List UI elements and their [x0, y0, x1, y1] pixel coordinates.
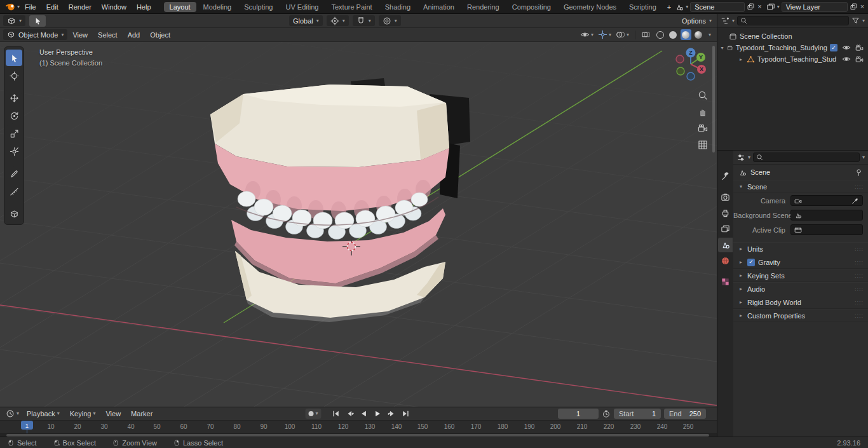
gizmos-dropdown[interactable]: ▾: [598, 30, 611, 39]
workspace-tab-layout[interactable]: Layout: [164, 2, 196, 12]
jump-to-end-button[interactable]: [400, 409, 412, 419]
drag-handle-icon[interactable]: ::::: [855, 273, 864, 279]
scene-icon[interactable]: [675, 3, 684, 11]
measure-tool[interactable]: [6, 183, 22, 200]
transform-orientation-dropdown[interactable]: Global▾: [289, 15, 323, 26]
editor-type-button[interactable]: ▾: [3, 15, 25, 26]
camera-view-button[interactable]: [698, 123, 708, 133]
drag-handle-icon[interactable]: ::::: [855, 299, 864, 306]
workspace-tab-uv-editing[interactable]: UV Editing: [280, 2, 324, 12]
pivot-point-dropdown[interactable]: ▾: [327, 15, 349, 26]
expand-toggle-icon[interactable]: ▾: [720, 45, 724, 51]
section-audio[interactable]: ▸Audio::::: [733, 282, 868, 295]
menu-edit[interactable]: Edit: [41, 0, 64, 13]
viewport-canvas[interactable]: User Perspective (1) Scene Collection: [0, 42, 717, 407]
outliner-filter-button[interactable]: [851, 17, 860, 25]
section-scene[interactable]: ▾ Scene ::::: [733, 180, 868, 193]
prev-keyframe-button[interactable]: [344, 409, 356, 419]
scene-chevron-icon[interactable]: ▾: [686, 4, 688, 10]
workspace-tab-rendering[interactable]: Rendering: [461, 2, 505, 12]
chevron-icon[interactable]: ▾: [732, 18, 735, 24]
section-units[interactable]: ▸Units::::: [733, 242, 868, 255]
properties-editor-button[interactable]: [736, 153, 745, 162]
remove-view-layer-button[interactable]: ×: [860, 3, 865, 10]
menu-marker[interactable]: Marker: [126, 407, 158, 421]
menu-select[interactable]: Select: [93, 28, 123, 41]
xray-toggle[interactable]: [641, 30, 651, 39]
menu-help[interactable]: Help: [132, 0, 156, 13]
workspace-tab-geometry-nodes[interactable]: Geometry Nodes: [558, 2, 622, 12]
outliner-search-input[interactable]: [737, 16, 849, 25]
new-scene-button[interactable]: [747, 3, 755, 11]
axis-neg-y-ball[interactable]: [677, 67, 684, 75]
drag-handle-icon[interactable]: ::::: [855, 184, 864, 190]
properties-search-input[interactable]: [753, 153, 860, 162]
menu-render[interactable]: Render: [64, 0, 97, 13]
eyedropper-icon[interactable]: [851, 197, 859, 205]
preview-range-toggle[interactable]: [602, 409, 611, 418]
playhead[interactable]: 1: [21, 421, 33, 430]
select-box-tool[interactable]: [6, 50, 22, 66]
viewport-scrollbar[interactable]: [712, 46, 715, 153]
menu-view[interactable]: View: [67, 28, 93, 41]
workspace-tab-scripting[interactable]: Scripting: [623, 2, 662, 12]
workspace-tab-animation[interactable]: Animation: [417, 2, 460, 12]
drag-handle-icon[interactable]: ::::: [855, 246, 864, 252]
tab-scene[interactable]: [718, 238, 733, 252]
tab-render[interactable]: [718, 190, 733, 205]
menu-view-timeline[interactable]: View: [100, 407, 126, 421]
gravity-checkbox[interactable]: ✓: [747, 259, 755, 266]
timeline-editor-button[interactable]: ▾: [3, 409, 22, 418]
drag-handle-icon[interactable]: ::::: [855, 313, 864, 319]
active-clip-field[interactable]: [790, 224, 863, 235]
tab-texture[interactable]: [718, 275, 733, 289]
toggle-ortho-button[interactable]: [698, 140, 708, 150]
pin-button[interactable]: [855, 168, 863, 177]
tab-world[interactable]: [718, 254, 733, 268]
pan-view-button[interactable]: [698, 107, 708, 117]
view-layer-chevron-icon[interactable]: ▾: [777, 4, 780, 10]
shading-rendered-button[interactable]: [693, 29, 704, 40]
options-dropdown[interactable]: Options▾: [682, 17, 712, 25]
workspace-tab-compositing[interactable]: Compositing: [506, 2, 557, 12]
chevron-icon[interactable]: ▾: [862, 18, 865, 24]
shading-wireframe-button[interactable]: [655, 29, 666, 40]
section-rigid-body-world[interactable]: ▸Rigid Body World::::: [733, 295, 868, 309]
menu-window[interactable]: Window: [97, 0, 132, 13]
workspace-tab-texture-paint[interactable]: Texture Paint: [325, 2, 377, 12]
workspace-tab-shading[interactable]: Shading: [379, 2, 416, 12]
shading-dropdown[interactable]: ▾: [709, 32, 711, 37]
disable-render-toggle[interactable]: [855, 44, 864, 52]
shading-solid-button[interactable]: [668, 29, 679, 40]
new-view-layer-button[interactable]: [850, 3, 858, 11]
object-visibility-dropdown[interactable]: ▾: [580, 30, 593, 39]
drag-handle-icon[interactable]: ::::: [855, 259, 864, 266]
hide-viewport-toggle[interactable]: [842, 55, 851, 64]
overlays-dropdown[interactable]: ▾: [616, 30, 629, 39]
expand-toggle-icon[interactable]: ▸: [738, 57, 744, 62]
start-frame-field[interactable]: Start1: [614, 409, 661, 419]
snapping-dropdown[interactable]: ▾: [353, 15, 375, 26]
jump-to-start-button[interactable]: [330, 409, 342, 419]
unlink-scene-button[interactable]: ×: [757, 3, 762, 10]
menu-object[interactable]: Object: [145, 28, 175, 41]
outliner-editor-button[interactable]: [721, 17, 729, 25]
cursor-tool[interactable]: [6, 67, 22, 84]
outliner-row-scene-collection[interactable]: Scene Collection: [717, 31, 868, 42]
play-button[interactable]: [372, 409, 384, 419]
menu-playback[interactable]: Playback ▾: [22, 407, 65, 421]
view-layer-name-field[interactable]: View Layer: [782, 2, 848, 12]
outliner-row-collection[interactable]: ▾ Typodont_Teaching_Studying ✓: [717, 42, 868, 53]
outliner-row-object[interactable]: ▸ Typodont_Teaching_Stud: [717, 53, 868, 65]
add-cube-tool[interactable]: [6, 205, 22, 222]
drag-handle-icon[interactable]: ::::: [855, 286, 864, 292]
axis-neg-x-ball[interactable]: [676, 55, 684, 63]
play-reverse-button[interactable]: [358, 409, 370, 419]
hide-viewport-toggle[interactable]: [842, 43, 851, 52]
mode-dropdown[interactable]: Object Mode ▾: [3, 29, 67, 40]
tab-tool[interactable]: [718, 169, 733, 184]
add-workspace-button[interactable]: +: [663, 2, 675, 12]
chevron-icon[interactable]: ▾: [862, 155, 865, 160]
annotate-tool[interactable]: [6, 165, 22, 182]
menu-file[interactable]: File: [20, 0, 41, 13]
